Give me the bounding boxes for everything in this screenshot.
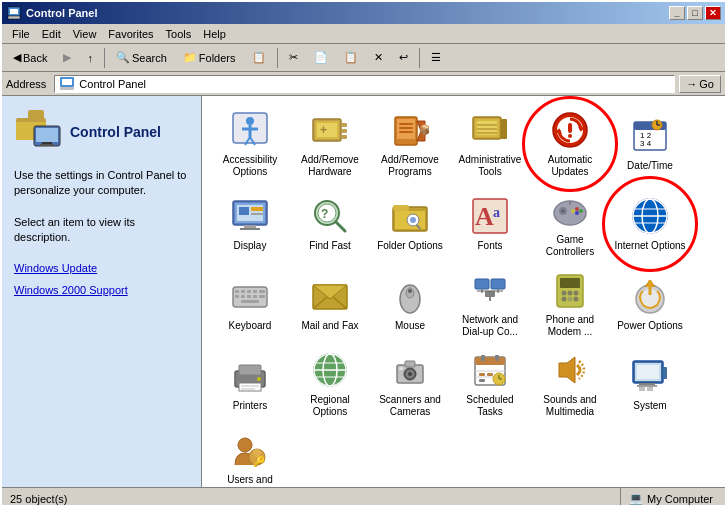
cp-icon-administrative-tools[interactable]: Administrative Tools — [450, 104, 530, 184]
cp-icon-keyboard[interactable]: Keyboard — [210, 264, 290, 344]
svg-rect-2 — [10, 9, 18, 14]
cp-icon-game-controllers[interactable]: Game Controllers — [530, 184, 610, 264]
cp-icon-users-passwords[interactable]: 🔑 Users and Passwords — [210, 424, 290, 487]
cp-icon-system[interactable]: System — [610, 344, 690, 424]
cp-icon-find-fast[interactable]: ? Find Fast — [290, 184, 370, 264]
svg-point-67 — [410, 217, 416, 223]
cp-icon-scanners-cameras[interactable]: Scanners and Cameras — [370, 344, 450, 424]
menu-help[interactable]: Help — [197, 26, 232, 42]
close-button[interactable]: ✕ — [705, 6, 721, 20]
view-button[interactable]: ☰ — [424, 47, 448, 69]
cp-icon-mouse[interactable]: Mouse — [370, 264, 450, 344]
cp-icon-internet-options[interactable]: Internet Options — [610, 184, 690, 264]
cp-icon-regional-options[interactable]: Regional Options — [290, 344, 370, 424]
administrative-tools-icon — [470, 110, 510, 150]
windows-support-link[interactable]: Windows 2000 Support — [14, 284, 189, 296]
go-arrow-icon: → — [686, 78, 697, 90]
power-options-icon — [630, 276, 670, 316]
folders-button[interactable]: 📁 Folders — [176, 47, 243, 69]
svg-rect-91 — [253, 290, 257, 293]
folder-options-label: Folder Options — [377, 240, 443, 252]
mouse-icon — [390, 276, 430, 316]
menu-tools[interactable]: Tools — [160, 26, 198, 42]
svg-rect-126 — [239, 365, 261, 375]
svg-point-120 — [568, 297, 573, 302]
paste-button[interactable]: 📋 — [337, 47, 365, 69]
menu-favorites[interactable]: Favorites — [102, 26, 159, 42]
minimize-button[interactable]: _ — [669, 6, 685, 20]
menu-edit[interactable]: Edit — [36, 26, 67, 42]
svg-point-77 — [579, 209, 583, 213]
cp-icon-display[interactable]: Display — [210, 184, 290, 264]
separator-3 — [419, 48, 420, 68]
display-label: Display — [234, 240, 267, 252]
up-button[interactable]: ↑ — [80, 47, 100, 69]
internet-options-icon — [630, 196, 670, 236]
cp-icon-power-options[interactable]: Power Options — [610, 264, 690, 344]
control-panel-logo — [14, 108, 62, 156]
svg-text:🔑: 🔑 — [253, 455, 266, 468]
cp-icon-automatic-updates[interactable]: Automatic Updates — [530, 104, 610, 184]
svg-rect-162 — [637, 385, 657, 387]
cp-icon-accessibility-options[interactable]: Accessibility Options — [210, 104, 290, 184]
computer-icon: 💻 — [629, 492, 643, 505]
system-icon — [630, 356, 670, 396]
cp-icon-add-remove-hardware[interactable]: + Add/Remove Hardware — [290, 104, 370, 184]
svg-rect-42 — [568, 123, 572, 133]
phone-modem-label: Phone and Modem ... — [534, 314, 606, 338]
cp-icon-scheduled-tasks[interactable]: Scheduled Tasks — [450, 344, 530, 424]
cut-button[interactable]: ✂ — [282, 47, 305, 69]
network-dialup-label: Network and Dial-up Co... — [454, 314, 526, 338]
panel-description: Use the settings in Control Panel to per… — [14, 168, 189, 199]
icons-grid: Accessibility Options + Add/Remove Hardw… — [202, 96, 725, 487]
menu-file[interactable]: File — [6, 26, 36, 42]
svg-rect-111 — [485, 291, 495, 297]
game-controllers-icon — [550, 190, 590, 230]
maximize-button[interactable]: □ — [687, 6, 703, 20]
svg-point-106 — [408, 289, 412, 293]
go-button[interactable]: → Go — [679, 75, 721, 93]
history-icon: 📋 — [252, 51, 266, 64]
cp-icon-printers[interactable]: Printers — [210, 344, 290, 424]
cp-icon-mail-fax[interactable]: Mail and Fax — [290, 264, 370, 344]
back-button[interactable]: ◀ Back — [6, 47, 54, 69]
svg-rect-150 — [487, 373, 493, 376]
svg-rect-64 — [393, 205, 409, 211]
status-computer: 💻 My Computer — [621, 492, 721, 505]
address-label: Address — [6, 78, 50, 90]
forward-button[interactable]: ▶ — [56, 47, 78, 69]
title-bar-buttons[interactable]: _ □ ✕ — [669, 6, 721, 20]
history-button[interactable]: 📋 — [245, 47, 273, 69]
cp-icon-folder-options[interactable]: Folder Options — [370, 184, 450, 264]
svg-rect-23 — [341, 129, 347, 133]
cp-icon-date-time[interactable]: 1 2 3 4 Date/Time — [610, 104, 690, 184]
accessibility-options-label: Accessibility Options — [214, 154, 286, 178]
svg-rect-108 — [491, 279, 505, 289]
keyboard-icon — [230, 276, 270, 316]
game-controllers-label: Game Controllers — [534, 234, 606, 258]
svg-point-119 — [562, 297, 567, 302]
svg-text:a: a — [493, 205, 500, 220]
svg-rect-145 — [481, 355, 485, 361]
svg-rect-58 — [251, 213, 263, 215]
svg-rect-93 — [235, 295, 239, 298]
power-options-label: Power Options — [617, 320, 683, 332]
cp-icon-sounds-multimedia[interactable]: Sounds and Multimedia — [530, 344, 610, 424]
cp-icon-add-remove-programs[interactable]: 📦 Add/Remove Programs — [370, 104, 450, 184]
search-button[interactable]: 🔍 Search — [109, 47, 174, 69]
copy-button[interactable]: 📄 — [307, 47, 335, 69]
svg-rect-36 — [501, 119, 507, 139]
cp-icon-fonts[interactable]: A a Fonts — [450, 184, 530, 264]
address-input[interactable]: Control Panel — [54, 75, 675, 93]
separator-1 — [104, 48, 105, 68]
delete-button[interactable]: ✕ — [367, 47, 390, 69]
windows-update-link[interactable]: Windows Update — [14, 262, 189, 274]
separator-2 — [277, 48, 278, 68]
cp-icon-network-dialup[interactable]: Network and Dial-up Co... — [450, 264, 530, 344]
mouse-label: Mouse — [395, 320, 425, 332]
undo-button[interactable]: ↩ — [392, 47, 415, 69]
svg-rect-30 — [399, 127, 413, 129]
accessibility-options-icon — [230, 110, 270, 150]
cp-icon-phone-modem[interactable]: Phone and Modem ... — [530, 264, 610, 344]
menu-view[interactable]: View — [67, 26, 103, 42]
